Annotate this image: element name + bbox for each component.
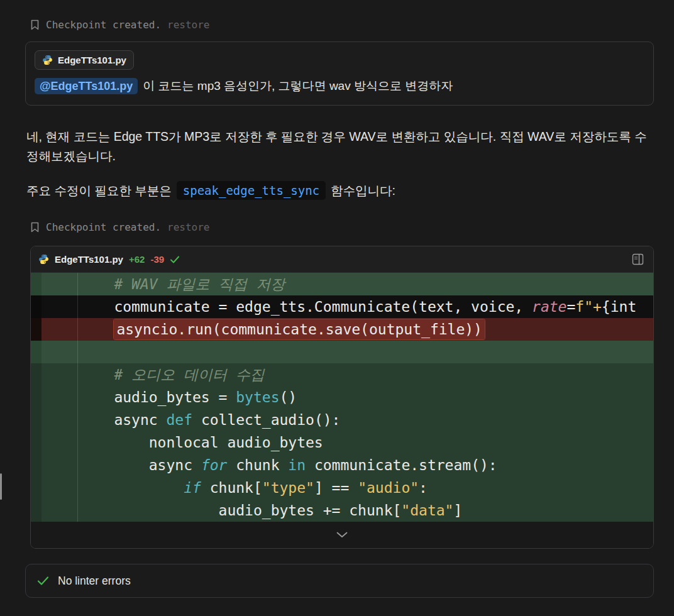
diff-card: EdgeTTs101.py +62 -39 # WAV 파일로 직접 저장 co… — [30, 246, 654, 549]
diff-gutter — [41, 386, 78, 409]
checkpoint-label: Checkpoint created. — [46, 221, 161, 233]
diff-gutter — [41, 454, 78, 476]
left-scrollbar-thumb[interactable] — [0, 473, 2, 500]
python-icon — [42, 55, 53, 65]
bookmark-icon — [30, 222, 40, 233]
code-line — [31, 341, 653, 363]
checkpoint-row-1: Checkpoint created. restore — [30, 19, 654, 31]
diff-gutter — [31, 386, 41, 409]
code-line: async for chunk in communicate.stream(): — [31, 454, 653, 476]
diff-gutter — [31, 409, 41, 431]
chat-panel: Checkpoint created. restore EdgeTTs101.p… — [0, 0, 674, 598]
diff-gutter — [31, 454, 41, 476]
user-message-box: EdgeTTs101.py @EdgeTTs101.py이 코드는 mp3 음성… — [25, 41, 654, 106]
file-chip[interactable]: EdgeTTs101.py — [35, 50, 134, 70]
diff-deletions-count: -39 — [150, 254, 164, 265]
restore-link[interactable]: restore — [167, 19, 209, 31]
assistant-paragraph-1: 네, 현재 코드는 Edge TTS가 MP3로 저장한 후 필요한 경우 WA… — [26, 127, 654, 166]
restore-link[interactable]: restore — [167, 221, 209, 233]
linter-status: No linter errors — [25, 564, 654, 598]
open-diff-view-button[interactable] — [630, 251, 646, 267]
code-line-text: asyncio.run(communicate.save(output_file… — [78, 318, 653, 341]
code-line: communicate = edge_tts.Communicate(text,… — [31, 295, 653, 318]
bookmark-icon — [30, 19, 40, 30]
diff-gutter — [41, 318, 78, 341]
user-message-text-line: @EdgeTTs101.py이 코드는 mp3 음성인가, 그렇다면 wav 방… — [35, 78, 644, 94]
code-line-text — [78, 341, 653, 363]
code-line: # WAV 파일로 직접 저장 — [31, 273, 653, 295]
diff-gutter — [31, 363, 41, 386]
code-line-text: async for chunk in communicate.stream(): — [78, 454, 653, 476]
code-line-text: audio_bytes = bytes() — [78, 386, 653, 409]
expand-chevron-button[interactable] — [329, 529, 355, 541]
diff-gutter — [31, 431, 41, 454]
assistant-paragraph-2: 주요 수정이 필요한 부분은speak_edge_tts_sync함수입니다: — [26, 181, 654, 201]
diff-additions-count: +62 — [129, 254, 145, 265]
diff-gutter — [41, 341, 78, 363]
code-line-text: communicate = edge_tts.Communicate(text,… — [78, 295, 653, 318]
check-icon — [170, 255, 180, 264]
diff-gutter — [31, 295, 41, 318]
diff-gutter — [41, 273, 78, 295]
diff-code: # WAV 파일로 직접 저장 communicate = edge_tts.C… — [31, 273, 653, 522]
paragraph2-prefix: 주요 수정이 필요한 부분은 — [26, 184, 172, 197]
diff-gutter — [41, 431, 78, 454]
diff-filename: EdgeTTs101.py — [55, 254, 123, 265]
diff-gutter — [41, 476, 78, 499]
code-line: audio_bytes = bytes() — [31, 386, 653, 409]
check-icon — [37, 576, 49, 586]
diff-gutter — [31, 273, 41, 295]
diff-gutter — [31, 341, 41, 363]
diff-gutter — [41, 409, 78, 431]
user-message-text: 이 코드는 mp3 음성인가, 그렇다면 wav 방식으로 변경하자 — [143, 79, 453, 92]
checkpoint-label: Checkpoint created. — [46, 19, 161, 31]
code-line: # 오디오 데이터 수집 — [31, 363, 653, 386]
checkpoint-row-2: Checkpoint created. restore — [30, 221, 654, 233]
chevron-down-icon — [336, 532, 348, 538]
code-line-text: audio_bytes += chunk["data"] — [78, 499, 653, 522]
diff-gutter — [31, 318, 41, 341]
python-icon — [38, 254, 49, 265]
diff-gutter — [31, 499, 41, 522]
diff-card-footer — [31, 522, 653, 548]
code-line-text: nonlocal audio_bytes — [78, 431, 653, 454]
diff-gutter — [41, 499, 78, 522]
diff-gutter — [41, 295, 78, 318]
diff-gutter — [31, 476, 41, 499]
linter-text: No linter errors — [58, 575, 131, 588]
code-line-text: if chunk["type"] == "audio": — [78, 476, 653, 499]
code-line-text: # WAV 파일로 직접 저장 — [78, 273, 653, 295]
code-line-text: # 오디오 데이터 수집 — [78, 363, 653, 386]
code-line: nonlocal audio_bytes — [31, 431, 653, 454]
code-line: audio_bytes += chunk["data"] — [31, 499, 653, 522]
file-chip-label: EdgeTTs101.py — [58, 55, 126, 65]
code-line: async def collect_audio(): — [31, 409, 653, 431]
paragraph2-suffix: 함수입니다: — [331, 184, 395, 197]
code-line-text: async def collect_audio(): — [78, 409, 653, 431]
diff-gutter — [41, 363, 78, 386]
diff-card-header[interactable]: EdgeTTs101.py +62 -39 — [31, 246, 653, 273]
code-line: if chunk["type"] == "audio": — [31, 476, 653, 499]
file-mention-chip[interactable]: @EdgeTTs101.py — [35, 78, 138, 94]
inline-code-function[interactable]: speak_edge_tts_sync — [177, 181, 326, 200]
code-line: asyncio.run(communicate.save(output_file… — [31, 318, 653, 341]
split-view-icon — [632, 253, 644, 265]
